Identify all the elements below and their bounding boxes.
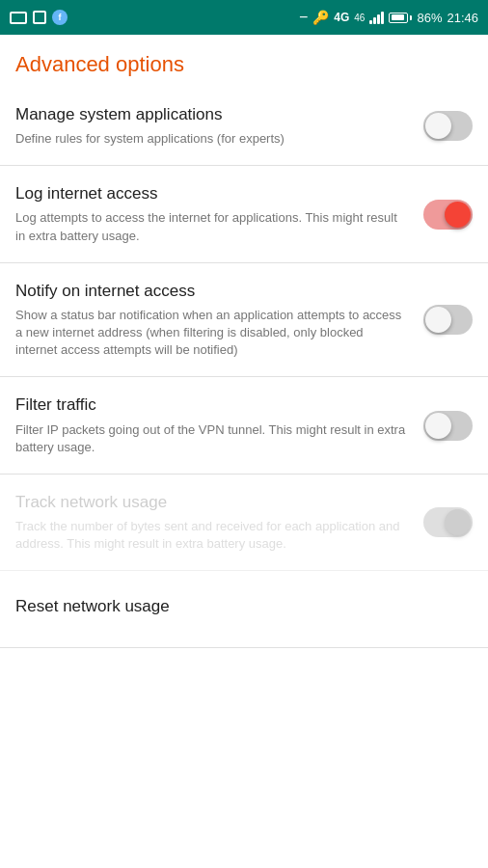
status-bar: f − 🔑 4G 46 86% 21:46 — [0, 0, 488, 35]
key-icon: 🔑 — [312, 10, 329, 25]
notify-internet-access-toggle[interactable] — [423, 305, 473, 335]
page-title: Advanced options — [0, 35, 488, 87]
log-internet-access-title: Log internet access — [15, 183, 408, 204]
minus-icon: − — [299, 9, 308, 26]
battery-icon — [389, 13, 412, 23]
messenger-icon: f — [52, 10, 68, 25]
notify-internet-access-title: Notify on internet access — [15, 281, 408, 302]
track-network-usage-title: Track network usage — [15, 492, 408, 513]
reset-network-usage-title: Reset network usage — [15, 596, 457, 617]
reset-network-usage-item[interactable]: Reset network usage — [0, 571, 488, 648]
manage-system-apps-text: Manage system applications Define rules … — [15, 104, 423, 148]
signal-bars — [369, 11, 384, 24]
filter-traffic-item[interactable]: Filter traffic Filter IP packets going o… — [0, 377, 488, 474]
reset-network-usage-text: Reset network usage — [15, 596, 473, 622]
log-internet-access-text: Log internet access Log attempts to acce… — [15, 183, 423, 244]
log-internet-access-item[interactable]: Log internet access Log attempts to acce… — [0, 166, 488, 262]
filter-traffic-text: Filter traffic Filter IP packets going o… — [15, 394, 423, 455]
log-internet-access-toggle[interactable] — [423, 200, 473, 230]
track-network-usage-desc: Track the number of bytes sent and recei… — [15, 518, 408, 553]
settings-list: Manage system applications Define rules … — [0, 87, 488, 648]
network-label: 4G — [334, 11, 349, 24]
time-display: 21:46 — [447, 11, 478, 25]
log-internet-access-desc: Log attempts to access the internet for … — [15, 209, 408, 244]
notify-internet-access-item[interactable]: Notify on internet access Show a status … — [0, 263, 488, 378]
track-network-usage-toggle — [423, 507, 473, 537]
filter-traffic-desc: Filter IP packets going out of the VPN t… — [15, 421, 408, 456]
battery-percent: 86% — [417, 11, 442, 25]
track-network-usage-text: Track network usage Track the number of … — [15, 492, 423, 553]
manage-system-apps-item[interactable]: Manage system applications Define rules … — [0, 87, 488, 166]
status-right-info: − 🔑 4G 46 86% 21:46 — [299, 9, 478, 26]
square-icon — [33, 11, 46, 24]
status-left-icons: f — [10, 10, 68, 25]
filter-traffic-title: Filter traffic — [15, 394, 408, 416]
track-network-usage-item: Track network usage Track the number of … — [0, 475, 488, 571]
manage-system-apps-desc: Define rules for system applications (fo… — [15, 130, 408, 148]
manage-system-apps-title: Manage system applications — [15, 104, 408, 125]
manage-system-apps-toggle[interactable] — [423, 111, 473, 141]
image-icon — [10, 12, 27, 24]
filter-traffic-toggle[interactable] — [423, 411, 473, 441]
page-content: Advanced options Manage system applicati… — [0, 35, 488, 648]
notify-internet-access-text: Notify on internet access Show a status … — [15, 281, 423, 360]
notify-internet-access-desc: Show a status bar notification when an a… — [15, 307, 408, 360]
network-type-label: 46 — [354, 13, 365, 23]
